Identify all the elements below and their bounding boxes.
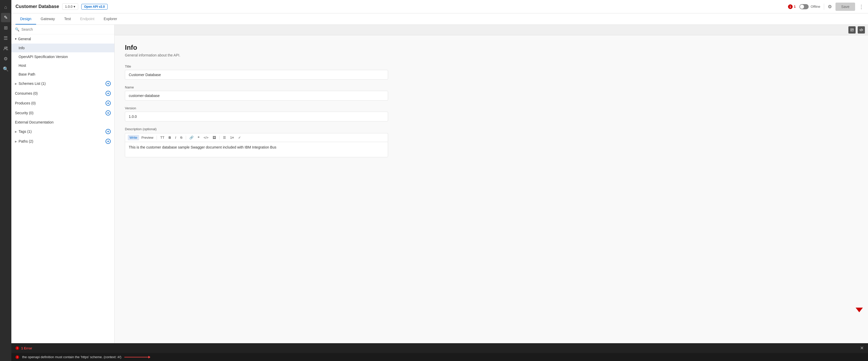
desc-code-btn[interactable]: </> [202,135,210,140]
sidebar-item-produces[interactable]: Produces (0) + [11,98,114,108]
open-api-badge[interactable]: Open API v2.0 [81,4,107,9]
error-detail-row: ! the openapi definition must contain th… [11,353,868,361]
offline-toggle[interactable] [799,4,809,9]
sidebar-item-host[interactable]: Host [11,61,114,70]
version-field-group: Version [125,106,388,122]
schemes-add-button[interactable]: + [105,81,111,86]
tab-gateway[interactable]: Gateway [36,14,60,25]
offline-toggle-wrap: Offline [799,4,820,9]
tab-explorer[interactable]: Explorer [99,14,122,25]
desc-link-btn[interactable]: 🔗 [188,135,195,140]
nav-apps[interactable]: ⊞ [1,23,10,32]
name-field-group: Name [125,85,388,101]
nav-rail: ⌂ ✎ ⊞ ☰ ⚙ 🔍 [0,0,11,361]
editor-content: Info General information about the API. … [115,35,398,171]
nav-home[interactable]: ⌂ [1,3,10,12]
general-label: General [18,37,31,41]
tags-add-button[interactable]: + [105,129,111,134]
chevron-down-icon: ▾ [73,5,75,8]
error-message: the openapi definition must contain the … [22,355,121,359]
error-icon: ! [16,346,19,350]
sidebar-item-external-docs[interactable]: External Documentation [11,118,114,127]
nav-list[interactable]: ☰ [1,34,10,43]
search-icon: 🔍 [15,27,19,31]
tabs-row: Design Gateway Test Endpoint Explorer [11,13,868,25]
sidebar-item-tags[interactable]: ▶ Tags (1) + [11,127,114,136]
editor-area: Info General information about the API. … [115,25,868,343]
search-input[interactable] [22,27,111,31]
desc-strike-btn[interactable]: S [178,135,184,140]
settings-icon[interactable]: ⚙ [828,4,832,9]
produces-add-button[interactable]: + [105,101,111,106]
tab-endpoint: Endpoint [75,14,99,25]
desc-write-tab[interactable]: Write [128,135,139,140]
sidebar-item-label: Security (0) [15,111,34,115]
sidebar-item-label: External Documentation [15,120,54,124]
version-input[interactable] [125,112,388,122]
page-title: Info [125,43,388,52]
error-badge: 1 1 [788,4,796,9]
name-input[interactable] [125,91,388,101]
chevron-down-icon: ▾ [15,37,17,41]
desc-preview-tab[interactable]: Preview [140,135,155,140]
security-add-button[interactable]: + [105,110,111,116]
description-toolbar: Write Preview TT B I S 🔗 ❝ </> 🖼 ☰ [125,133,388,142]
version-label: Version [125,106,388,110]
paths-add-button[interactable]: + [105,139,111,144]
error-bar: ! 1 Error ✕ [11,343,868,353]
description-label: Description (optional) [125,127,388,131]
sidebar-item-label: Info [19,46,25,50]
sidebar-item-label: Base Path [19,72,35,76]
chevron-right-icon: ▶ [15,140,17,143]
desc-italic-btn[interactable]: I [174,135,178,140]
desc-ul-btn[interactable]: ☰ [221,135,228,140]
sidebar-item-label: Consumes (0) [15,91,38,95]
nav-edit[interactable]: ✎ [1,13,10,22]
tab-design[interactable]: Design [16,14,36,25]
error-count-label: 1 Error [21,346,32,350]
desc-bold-btn[interactable]: B [167,135,173,140]
description-editor[interactable]: This is the customer database sample Swa… [125,142,388,157]
sidebar-item-paths[interactable]: ▶ Paths (2) + [11,136,114,146]
nav-users[interactable] [1,44,10,53]
toggle-knob [800,5,804,9]
page-subtitle: General information about the API. [125,53,388,57]
code-view-button[interactable] [858,26,865,34]
svg-point-0 [4,47,6,48]
error-bar-close[interactable]: ✕ [860,346,864,351]
save-button[interactable]: Save [836,3,855,11]
toolbar-separator-3 [219,136,220,140]
header-right: 1 1 Offline ⚙ Save ⋮ [788,3,864,11]
error-arrow [124,357,150,357]
desc-tt-btn[interactable]: TT [158,135,166,140]
sidebar: 🔍 ▾ General Info OpenAPI Specification V… [11,25,115,343]
name-label: Name [125,85,388,89]
desc-quote-btn[interactable]: ❝ [196,135,201,140]
error-count-label: 1 [794,5,796,8]
sidebar-general-header[interactable]: ▾ General [11,34,114,43]
title-field-group: Title [125,64,388,80]
title-input[interactable] [125,70,388,80]
sidebar-item-schemes[interactable]: ▶ Schemes List (1) + [11,79,114,89]
tab-test[interactable]: Test [60,14,75,25]
sidebar-item-info[interactable]: Info [11,43,114,52]
nav-settings[interactable]: ⚙ [1,54,10,63]
description-text: This is the customer database sample Swa… [129,145,276,149]
sidebar-item-security[interactable]: Security (0) + [11,108,114,118]
nav-search[interactable]: 🔍 [1,64,10,74]
desc-ol-btn[interactable]: 1≡ [228,135,236,140]
desc-image-btn[interactable]: 🖼 [211,135,218,140]
editor-toolbar [115,25,868,35]
consumes-add-button[interactable]: + [105,91,111,96]
edit-view-button[interactable] [848,26,856,34]
offline-label: Offline [811,5,820,8]
sidebar-item-openapi[interactable]: OpenAPI Specification Version [11,52,114,61]
desc-task-btn[interactable]: ✓ [236,135,243,140]
header-divider [824,4,824,10]
sidebar-item-label: Host [19,63,26,68]
more-menu-button[interactable]: ⋮ [859,4,864,10]
version-select[interactable]: 1.0.0 ▾ [62,3,78,10]
sidebar-item-consumes[interactable]: Consumes (0) + [11,89,114,98]
sidebar-item-basepath[interactable]: Base Path [11,70,114,79]
title-label: Title [125,64,388,68]
